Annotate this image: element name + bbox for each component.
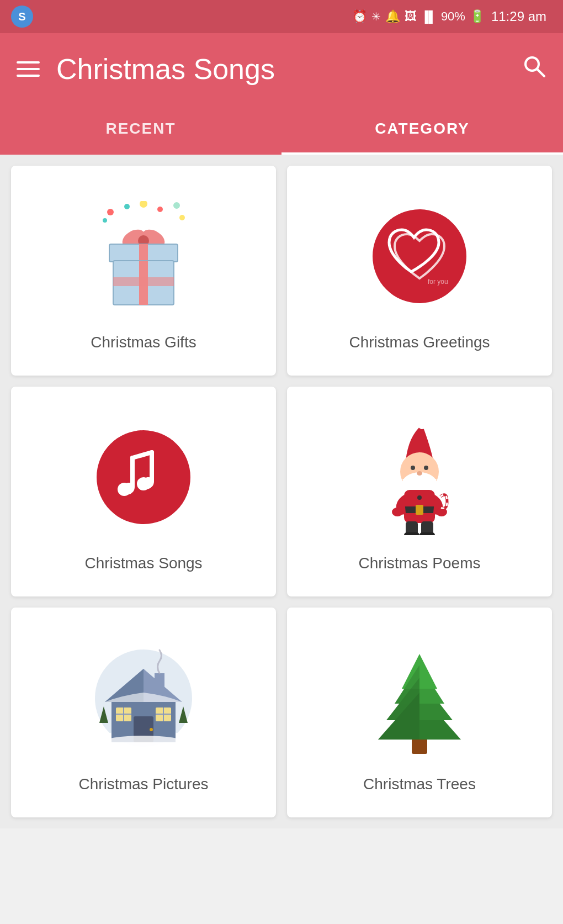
svg-rect-46 [155,673,164,693]
svg-point-17 [373,209,466,303]
greetings-label: Christmas Greetings [349,334,490,351]
notification-icon: 🔔 [385,9,400,24]
tab-category[interactable]: CATEGORY [282,105,563,155]
battery-label: 90% [441,9,465,24]
category-card-trees[interactable]: Christmas Trees [287,608,552,817]
svg-point-22 [118,483,131,496]
gifts-icon-area [83,196,204,317]
svg-point-6 [173,202,180,209]
svg-rect-16 [113,277,174,286]
category-card-pictures[interactable]: Christmas Pictures [11,608,276,817]
poems-icon-area [359,416,480,538]
alarm-icon: ⏰ [352,9,367,24]
tab-recent[interactable]: RECENT [0,105,282,155]
svg-point-39 [392,508,403,516]
svg-point-23 [137,477,150,490]
svg-point-55 [102,736,185,749]
svg-rect-58 [412,738,427,754]
category-grid: Christmas Gifts for you Christmas Greeti… [0,155,563,828]
gifts-label: Christmas Gifts [91,334,196,351]
svg-point-7 [103,218,107,223]
svg-point-25 [418,420,427,429]
svg-rect-38 [419,532,435,535]
page-title: Christmas Songs [56,52,275,86]
image-icon: 🖼 [405,9,417,24]
svg-rect-33 [416,505,423,515]
category-card-greetings[interactable]: for you Christmas Greetings [287,166,552,376]
svg-line-1 [537,69,544,76]
bluetooth-icon: ✳ [371,10,381,23]
svg-point-3 [124,204,130,209]
pictures-icon-area [83,637,204,759]
songs-label: Christmas Songs [84,555,202,572]
svg-point-30 [417,471,422,476]
pictures-label: Christmas Pictures [79,775,209,793]
svg-point-28 [411,466,415,470]
greetings-icon-area: for you [359,196,480,317]
svg-point-29 [424,466,428,470]
svg-point-34 [417,495,422,500]
battery-icon: 🔋 [470,9,485,24]
menu-button[interactable] [17,61,40,77]
trees-label: Christmas Trees [363,775,476,793]
category-card-gifts[interactable]: Christmas Gifts [11,166,276,376]
tabs: RECENT CATEGORY [0,105,563,155]
search-button[interactable] [522,54,546,84]
svg-marker-65 [395,665,419,704]
svg-point-48 [150,728,153,731]
trees-icon-area [359,637,480,759]
svg-point-8 [179,215,185,220]
app-icon: S [11,6,33,28]
signal-icon: ▐▌ [421,10,437,23]
poems-label: Christmas Poems [359,555,481,572]
svg-rect-37 [404,532,419,535]
status-time: 11:29 am [491,9,546,24]
svg-point-5 [157,207,163,212]
status-icons: ⏰ ✳ 🔔 🖼 ▐▌ 90% 🔋 [352,9,485,24]
category-card-songs[interactable]: Christmas Songs [11,387,276,596]
svg-point-4 [140,201,147,208]
header: Christmas Songs [0,33,563,105]
svg-point-2 [107,209,114,215]
header-left: Christmas Songs [17,52,275,86]
svg-text:for you: for you [428,278,448,286]
category-card-poems[interactable]: Christmas Poems [287,387,552,596]
status-bar: S ⏰ ✳ 🔔 🖼 ▐▌ 90% 🔋 11:29 am [0,0,563,33]
songs-icon-area [83,416,204,538]
svg-rect-13 [139,244,148,262]
